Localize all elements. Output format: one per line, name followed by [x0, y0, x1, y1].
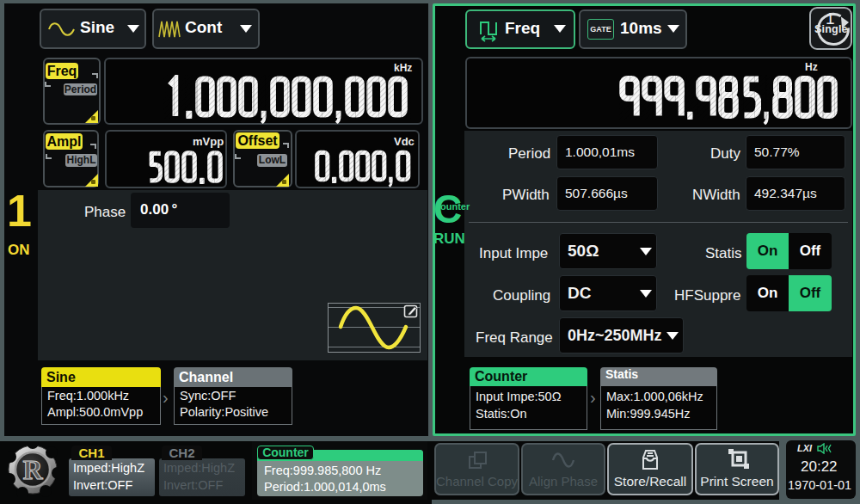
svg-text:R: R — [22, 454, 43, 485]
